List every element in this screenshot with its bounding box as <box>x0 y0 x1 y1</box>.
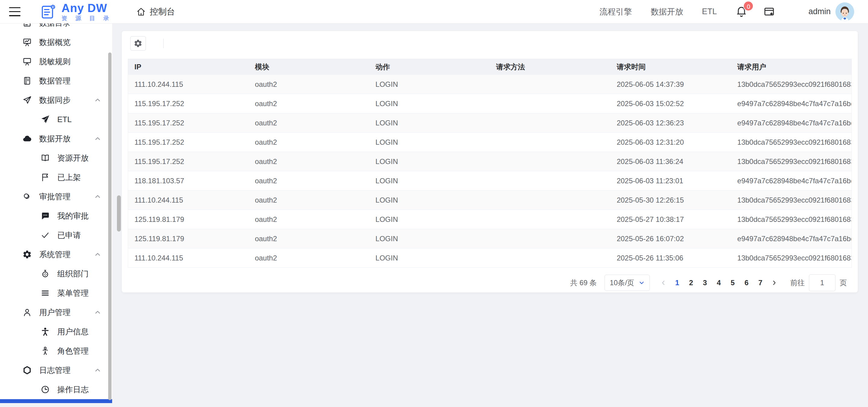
cell-method <box>490 113 610 133</box>
user-icon <box>22 308 32 317</box>
cell-method <box>490 94 610 113</box>
cell-method <box>490 210 610 229</box>
topbar-nav-item[interactable]: 流程引擎 <box>599 6 632 17</box>
sidebar-item[interactable]: 我的审批 <box>0 206 112 225</box>
chevron-left-icon <box>660 279 667 286</box>
console-link[interactable]: 控制台 <box>136 6 175 18</box>
column-header: 动作 <box>369 59 490 75</box>
sidebar-item[interactable]: 操作日志 <box>0 380 112 399</box>
sidebar-item[interactable]: 角色管理 <box>0 341 112 361</box>
chevron-up-icon <box>93 308 102 317</box>
table-row: 118.181.103.57 oauth2 LOGIN 2025-06-03 1… <box>128 171 852 191</box>
cell-time: 2025-05-27 10:38:17 <box>610 210 731 229</box>
cell-time: 2025-05-30 12:26:15 <box>610 191 731 210</box>
cell-user: 13b0dca75652993ecc0921f68016835f <box>731 210 851 229</box>
sidebar-item[interactable]: 登录日志 <box>0 399 112 403</box>
sidebar: 数据目录 数据概览 脱敏规则 数据管理 <box>0 24 112 403</box>
sidebar-item[interactable]: 已申请 <box>0 225 112 245</box>
goto-page-input[interactable] <box>809 274 835 291</box>
chevron-up-icon <box>93 134 102 143</box>
sidebar-item[interactable]: 已上架 <box>0 168 112 187</box>
pagination: 共 69 条 10条/页 1234567 前往 页 <box>122 274 847 291</box>
sidebar-scrollbar-thumb[interactable] <box>108 53 112 400</box>
table-row: 111.10.244.115 oauth2 LOGIN 2025-05-26 1… <box>128 248 852 268</box>
sidebar-item[interactable]: 用户信息 <box>0 322 112 341</box>
cell-time: 2025-05-26 16:07:02 <box>610 229 731 248</box>
cell-module: oauth2 <box>249 75 369 94</box>
sidebar-item[interactable]: 资源开放 <box>0 148 112 168</box>
cell-time: 2025-06-03 11:36:24 <box>610 152 731 171</box>
cell-action: LOGIN <box>369 113 490 133</box>
sidebar-item[interactable]: 数据概览 <box>0 33 112 52</box>
gear-icon <box>133 39 143 48</box>
cell-user: 13b0dca75652993ecc0921f68016835f <box>731 133 851 152</box>
person-filled-icon <box>40 327 50 337</box>
next-page-button[interactable] <box>767 275 781 291</box>
cell-time: 2025-05-26 11:35:06 <box>610 248 731 268</box>
cell-ip: 115.195.17.252 <box>128 152 249 171</box>
cell-ip: 115.195.17.252 <box>128 113 249 133</box>
sidebar-item[interactable]: 用户管理 <box>0 303 112 322</box>
sidebar-item[interactable]: 组织部门 <box>0 264 112 283</box>
column-settings-button[interactable] <box>130 36 146 51</box>
sidebar-item[interactable]: 菜单管理 <box>0 283 112 303</box>
sidebar-item[interactable]: 日志管理 <box>0 361 112 380</box>
prev-page-button[interactable] <box>656 275 670 291</box>
page-number[interactable]: 6 <box>740 275 753 291</box>
table-toolbar <box>122 31 858 51</box>
content-scrollbar-thumb[interactable] <box>117 195 121 231</box>
cell-method <box>490 152 610 171</box>
page-number[interactable]: 7 <box>753 275 767 291</box>
table-row: 115.195.17.252 oauth2 LOGIN 2025-06-03 1… <box>128 113 852 133</box>
chevron-up-icon <box>93 192 102 201</box>
topbar-nav: 流程引擎 数据开放 ETL <box>599 6 736 17</box>
username-label: admin <box>808 7 831 16</box>
sidebar-item[interactable]: 数据管理 <box>0 71 112 90</box>
watch-icon <box>40 269 50 279</box>
cell-user: 13b0dca75652993ecc0921f68016835f <box>731 152 851 171</box>
cell-method <box>490 229 610 248</box>
page-number[interactable]: 1 <box>670 275 684 291</box>
cell-time: 2025-06-03 11:23:01 <box>610 171 731 191</box>
cell-ip: 125.119.81.179 <box>128 229 249 248</box>
chevron-right-icon <box>771 279 778 286</box>
sidebar-menu: 数据目录 数据概览 脱敏规则 数据管理 <box>0 24 112 403</box>
topbar-nav-item[interactable]: 数据开放 <box>651 6 683 17</box>
sidebar-item[interactable]: 审批管理 <box>0 187 112 206</box>
menu-lines-icon <box>40 288 50 298</box>
chart-board-icon <box>22 37 32 47</box>
cell-module: oauth2 <box>249 133 369 152</box>
column-header: 请求用户 <box>731 59 851 75</box>
page-number[interactable]: 3 <box>698 275 712 291</box>
cell-ip: 115.195.17.252 <box>128 94 249 113</box>
sidebar-item[interactable]: ETL <box>0 110 112 129</box>
sidebar-item[interactable]: 数据开放 <box>0 129 112 148</box>
cell-user: 13b0dca75652993ecc0921f68016835f <box>731 248 851 268</box>
hexagon-icon <box>22 366 32 375</box>
board-icon <box>22 57 32 66</box>
cell-module: oauth2 <box>249 171 369 191</box>
page-number[interactable]: 5 <box>726 275 740 291</box>
brand-subtitle: 资 源 目 录 <box>61 15 113 21</box>
cell-method <box>490 191 610 210</box>
topbar-nav-item[interactable]: ETL <box>702 7 717 16</box>
sidebar-item[interactable]: 数据同步 <box>0 90 112 110</box>
page-size-select[interactable]: 10条/页 <box>604 275 650 291</box>
sidebar-item[interactable]: 系统管理 <box>0 245 112 264</box>
user-menu[interactable]: admin <box>808 2 854 21</box>
topbar: Any DW 资 源 目 录 控制台 流程引擎 数据开放 ETL 0 admin <box>0 0 868 24</box>
cell-module: oauth2 <box>249 191 369 210</box>
page-number[interactable]: 4 <box>712 275 726 291</box>
topbar-left: Any DW 资 源 目 录 控制台 <box>9 2 175 21</box>
cell-ip: 111.10.244.115 <box>128 191 249 210</box>
workspace-window-gear-icon[interactable] <box>763 6 775 18</box>
cell-user: 13b0dca75652993ecc0921f68016835f <box>731 191 851 210</box>
sidebar-toggle-button[interactable] <box>9 7 21 16</box>
cell-method <box>490 75 610 94</box>
notification-bell-button[interactable]: 0 <box>735 5 747 19</box>
cell-time: 2025-06-03 12:36:23 <box>610 113 731 133</box>
sidebar-item[interactable]: 数据目录 <box>0 24 112 33</box>
page-number[interactable]: 2 <box>684 275 698 291</box>
sidebar-item[interactable]: 脱敏规则 <box>0 52 112 71</box>
cell-ip: 111.10.244.115 <box>128 75 249 94</box>
